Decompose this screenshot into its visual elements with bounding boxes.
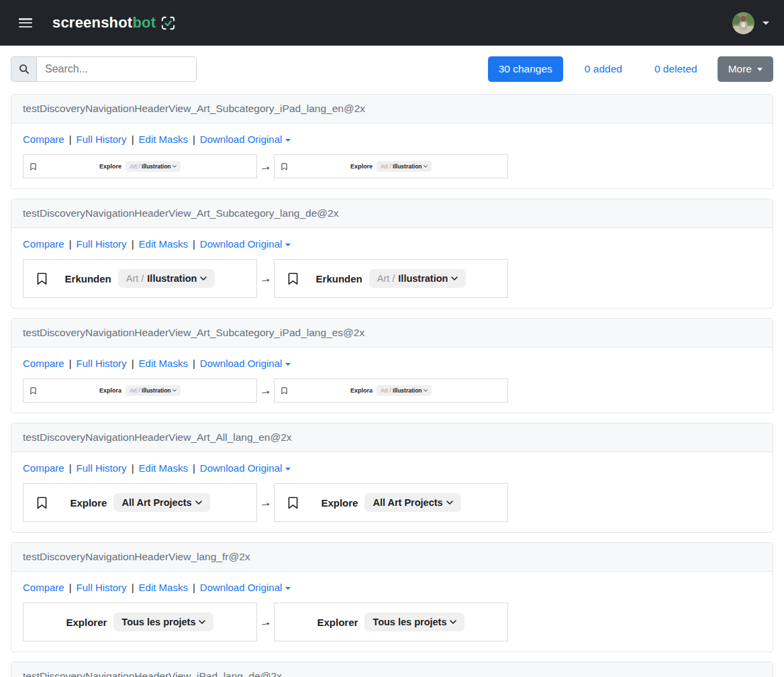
chevron-down-icon [199, 620, 205, 624]
comparison-row: Explore Art / Illustration → Explore Art… [23, 154, 761, 178]
change-card-body: Compare|Full History|Edit Masks|Download… [11, 123, 773, 189]
arrow-right-icon: → [256, 614, 275, 630]
screenshot-thumbnail-before[interactable]: Erkunden Art / Illustration [23, 259, 257, 298]
screenshot-title: testDiscoveryNavigationHeaderView_iPad_l… [11, 662, 773, 677]
action-links: Compare|Full History|Edit Masks|Download… [23, 237, 761, 251]
nav-header-content: Explora Art / Illustration [350, 385, 432, 396]
deleted-tab-link[interactable]: 0 deleted [644, 57, 708, 81]
link-separator: | [132, 134, 134, 145]
link-separator: | [132, 238, 134, 250]
chevron-down-icon [173, 389, 177, 392]
change-card: testDiscoveryNavigationHeaderView_Art_Su… [11, 318, 773, 413]
account-dropdown-caret-icon[interactable] [763, 21, 769, 25]
link-separator: | [69, 462, 72, 474]
screenshot-thumbnail-after[interactable]: Explorer Tous les projets [274, 603, 508, 641]
nav-header-content: Explorer Tous les projets [317, 613, 465, 631]
edit-masks-link[interactable]: Edit Masks [139, 582, 188, 593]
chevron-down-icon [424, 165, 428, 168]
change-card-body: Compare|Full History|Edit Masks|Download… [11, 228, 773, 308]
search-icon [11, 56, 36, 82]
download-caret-icon [285, 468, 291, 470]
compare-link[interactable]: Compare [23, 134, 64, 145]
action-links: Compare|Full History|Edit Masks|Download… [23, 356, 761, 370]
screenshot-thumbnail-after[interactable]: Explore Art / Illustration [274, 154, 508, 178]
download-original-link[interactable]: Download Original [200, 462, 291, 474]
compare-link[interactable]: Compare [23, 462, 64, 474]
compare-link[interactable]: Compare [23, 238, 64, 250]
category-pill: Art / Illustration [126, 161, 181, 172]
chevron-down-icon [451, 276, 458, 280]
arrow-right-icon: → [256, 158, 275, 174]
download-original-link[interactable]: Download Original [200, 238, 291, 250]
nav-header-content: Explore Art / Illustration [350, 161, 432, 172]
action-links: Compare|Full History|Edit Masks|Download… [23, 580, 761, 594]
nav-header-content: Erkunden Art / Illustration [316, 269, 467, 288]
change-card-body: Compare|Full History|Edit Masks|Download… [11, 348, 773, 413]
change-card: testDiscoveryNavigationHeaderView_lang_f… [11, 542, 773, 652]
more-button[interactable]: More [718, 56, 773, 81]
screenshot-thumbnail-after[interactable]: Erkunden Art / Illustration [274, 259, 508, 298]
nav-header-content: Explore All Art Projects [70, 493, 209, 512]
bookmark-icon [37, 497, 47, 509]
added-tab-link[interactable]: 0 added [574, 57, 633, 81]
search-input[interactable] [36, 56, 197, 82]
bookmark-icon [37, 272, 47, 285]
bookmark-icon [30, 387, 36, 395]
edit-masks-link[interactable]: Edit Masks [139, 462, 188, 474]
full-history-link[interactable]: Full History [77, 238, 127, 250]
action-links: Compare|Full History|Edit Masks|Download… [23, 132, 761, 146]
full-history-link[interactable]: Full History [77, 358, 127, 369]
compare-link[interactable]: Compare [23, 582, 64, 593]
link-separator: | [132, 462, 134, 474]
full-history-link[interactable]: Full History [77, 134, 127, 145]
link-separator: | [132, 582, 134, 593]
screenshot-thumbnail-after[interactable]: Explora Art / Illustration [274, 378, 508, 403]
user-avatar[interactable] [732, 12, 754, 34]
change-card-body: Compare|Full History|Edit Masks|Download… [11, 452, 773, 532]
screenshot-title: testDiscoveryNavigationHeaderView_lang_f… [11, 543, 773, 572]
explore-label: Erkunden [316, 273, 362, 284]
category-pill: Art / Illustration [118, 269, 215, 288]
download-original-link[interactable]: Download Original [200, 134, 291, 145]
download-original-link[interactable]: Download Original [200, 358, 291, 369]
changes-tab-button[interactable]: 30 changes [488, 56, 563, 81]
link-separator: | [193, 134, 195, 145]
category-pill: Art / Illustration [126, 385, 181, 396]
link-separator: | [193, 238, 195, 250]
edit-masks-link[interactable]: Edit Masks [139, 358, 188, 369]
arrow-right-icon: → [256, 382, 275, 399]
screenshot-title: testDiscoveryNavigationHeaderView_Art_Su… [11, 95, 773, 123]
edit-masks-link[interactable]: Edit Masks [139, 238, 188, 250]
brand-text-primary: screenshot [52, 14, 132, 32]
full-history-link[interactable]: Full History [77, 462, 127, 474]
screenshot-thumbnail-before[interactable]: Explora Art / Illustration [23, 378, 257, 403]
explore-label: Explora [350, 387, 373, 394]
arrow-right-icon: → [256, 270, 275, 287]
screenshot-thumbnail-before[interactable]: Explorer Tous les projets [23, 603, 257, 641]
download-caret-icon [285, 363, 291, 366]
bookmark-icon [288, 497, 298, 509]
screenshot-title: testDiscoveryNavigationHeaderView_Art_Su… [11, 199, 773, 228]
chevron-down-icon [424, 389, 428, 392]
nav-header-content: Explora Art / Illustration [99, 385, 181, 396]
screenshot-thumbnail-before[interactable]: Explore Art / Illustration [23, 154, 257, 178]
top-navbar: screenshotbot [0, 0, 784, 46]
hamburger-menu-icon[interactable] [19, 18, 32, 28]
explore-label: Erkunden [65, 273, 111, 284]
download-original-link[interactable]: Download Original [200, 582, 291, 593]
download-caret-icon [285, 244, 291, 246]
more-caret-icon [757, 68, 763, 71]
change-card: testDiscoveryNavigationHeaderView_Art_Su… [11, 199, 773, 309]
brand-logo[interactable]: screenshotbot [52, 14, 176, 32]
edit-masks-link[interactable]: Edit Masks [139, 134, 188, 145]
search-group [11, 56, 197, 82]
nav-header-content: Erkunden Art / Illustration [65, 269, 215, 288]
full-history-link[interactable]: Full History [77, 582, 127, 593]
screenshot-thumbnail-after[interactable]: Explore All Art Projects [274, 483, 508, 522]
link-separator: | [69, 582, 72, 593]
screenshot-title: testDiscoveryNavigationHeaderView_Art_Su… [11, 319, 773, 348]
category-pill: All Art Projects [113, 493, 209, 512]
action-links: Compare|Full History|Edit Masks|Download… [23, 461, 761, 475]
compare-link[interactable]: Compare [23, 358, 64, 369]
screenshot-thumbnail-before[interactable]: Explore All Art Projects [23, 483, 257, 522]
